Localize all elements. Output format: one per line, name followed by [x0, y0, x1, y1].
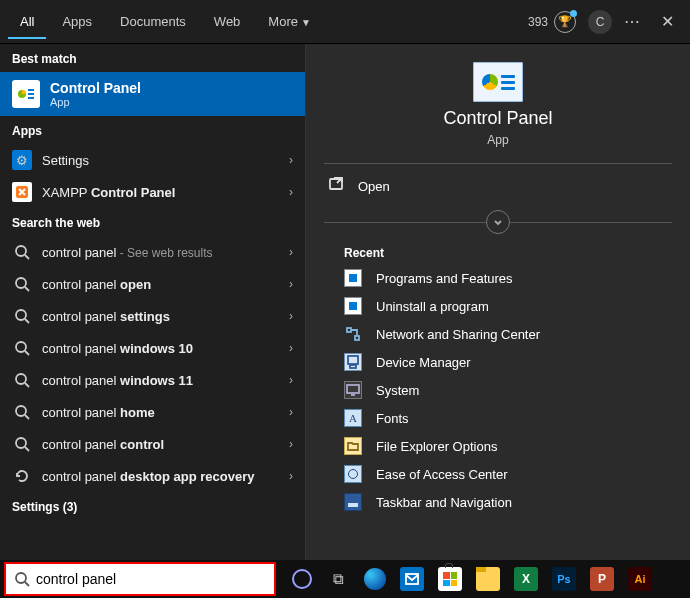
svg-rect-14 [355, 336, 359, 340]
search-box[interactable] [4, 562, 276, 596]
search-icon [12, 402, 32, 422]
expand-button[interactable] [486, 210, 510, 234]
search-icon [12, 242, 32, 262]
search-input[interactable] [36, 571, 266, 587]
chevron-down-icon: ▼ [301, 17, 311, 28]
search-icon [12, 274, 32, 294]
recent-item-icon [344, 381, 362, 399]
taskbar-mail[interactable] [400, 567, 424, 591]
search-header: All Apps Documents Web More▼ 393 🏆 C ⋯ ✕ [0, 0, 690, 44]
app-result-xampp[interactable]: XAMPP Control Panel › [0, 176, 305, 208]
taskbar-edge[interactable] [364, 568, 386, 590]
taskbar-store[interactable] [438, 567, 462, 591]
account-avatar[interactable]: C [588, 10, 612, 34]
control-panel-icon [12, 80, 40, 108]
web-result[interactable]: control panel settings› [0, 300, 305, 332]
apps-label: Apps [0, 116, 305, 144]
web-label: Search the web [0, 208, 305, 236]
web-result[interactable]: control panel control› [0, 428, 305, 460]
svg-point-7 [16, 310, 26, 320]
chevron-right-icon: › [289, 469, 293, 483]
search-icon [12, 370, 32, 390]
gear-icon: ⚙ [12, 150, 32, 170]
web-result[interactable]: control panel windows 10› [0, 332, 305, 364]
search-icon [12, 434, 32, 454]
chevron-right-icon: › [289, 245, 293, 259]
recent-item[interactable]: Network and Sharing Center [324, 320, 672, 348]
rewards-icon[interactable]: 🏆 [554, 11, 576, 33]
app-result-settings[interactable]: ⚙ Settings › [0, 144, 305, 176]
svg-rect-16 [350, 365, 356, 368]
taskbar-pp[interactable]: P [590, 567, 614, 591]
recent-item-icon [344, 297, 362, 315]
search-icon [12, 306, 32, 326]
recent-item[interactable]: Ease of Access Center [324, 460, 672, 488]
options-button[interactable]: ⋯ [624, 12, 641, 31]
tab-apps[interactable]: Apps [50, 4, 104, 39]
preview-title: Control Panel [443, 108, 552, 129]
svg-rect-3 [28, 97, 34, 99]
best-match-label: Best match [0, 44, 305, 72]
web-result[interactable]: control panel - See web results› [0, 236, 305, 268]
chevron-right-icon: › [289, 185, 293, 199]
svg-rect-15 [348, 356, 358, 364]
chevron-right-icon: › [289, 341, 293, 355]
chevron-right-icon: › [289, 373, 293, 387]
chevron-right-icon: › [289, 405, 293, 419]
filter-tabs: All Apps Documents Web More▼ [8, 4, 323, 39]
taskbar-ps[interactable]: Ps [552, 567, 576, 591]
svg-point-8 [16, 342, 26, 352]
recent-item-icon: A [344, 409, 362, 427]
tab-more[interactable]: More▼ [256, 4, 323, 39]
history-icon [12, 466, 32, 486]
recent-item[interactable]: Programs and Features [324, 264, 672, 292]
best-match-subtitle: App [50, 96, 141, 108]
web-result[interactable]: control panel desktop app recovery› [0, 460, 305, 492]
svg-point-10 [16, 406, 26, 416]
svg-point-5 [16, 246, 26, 256]
preview-panel: Control Panel App Open Recent Programs a… [305, 44, 690, 560]
chevron-right-icon: › [289, 153, 293, 167]
svg-point-9 [16, 374, 26, 384]
control-panel-icon [473, 62, 523, 102]
web-result[interactable]: control panel windows 11› [0, 364, 305, 396]
recent-item[interactable]: AFonts [324, 404, 672, 432]
open-action[interactable]: Open [324, 164, 672, 208]
tab-documents[interactable]: Documents [108, 4, 198, 39]
taskbar-cortana[interactable] [292, 569, 312, 589]
chevron-right-icon: › [289, 309, 293, 323]
recent-item[interactable]: Uninstall a program [324, 292, 672, 320]
taskbar-taskview[interactable]: ⧉ [326, 567, 350, 591]
recent-item[interactable]: System [324, 376, 672, 404]
svg-rect-17 [347, 385, 359, 393]
recent-item-icon [344, 325, 362, 343]
svg-point-6 [16, 278, 26, 288]
recent-item[interactable]: Device Manager [324, 348, 672, 376]
xampp-icon [12, 182, 32, 202]
recent-item[interactable]: Taskbar and Navigation [324, 488, 672, 516]
preview-subtitle: App [487, 133, 508, 147]
best-match-result[interactable]: Control Panel App [0, 72, 305, 116]
chevron-right-icon: › [289, 277, 293, 291]
svg-rect-13 [347, 328, 351, 332]
taskbar-explorer[interactable] [476, 567, 500, 591]
taskbar-excel[interactable]: X [514, 567, 538, 591]
web-result[interactable]: control panel open› [0, 268, 305, 300]
tab-all[interactable]: All [8, 4, 46, 39]
svg-rect-1 [28, 89, 34, 91]
web-result[interactable]: control panel home› [0, 396, 305, 428]
tab-web[interactable]: Web [202, 4, 253, 39]
search-icon [14, 571, 30, 587]
taskbar-ai[interactable]: Ai [628, 567, 652, 591]
chevron-right-icon: › [289, 437, 293, 451]
taskbar: ⧉XPsPAi [0, 560, 690, 598]
rewards-points: 393 [528, 15, 548, 29]
recent-item-icon [344, 353, 362, 371]
recent-item[interactable]: File Explorer Options [324, 432, 672, 460]
recent-label: Recent [324, 240, 672, 264]
results-panel: Best match Control Panel App Apps ⚙ Sett… [0, 44, 305, 560]
svg-point-18 [16, 573, 26, 583]
open-icon [328, 176, 344, 196]
close-button[interactable]: ✕ [653, 8, 682, 35]
best-match-title: Control Panel [50, 80, 141, 96]
